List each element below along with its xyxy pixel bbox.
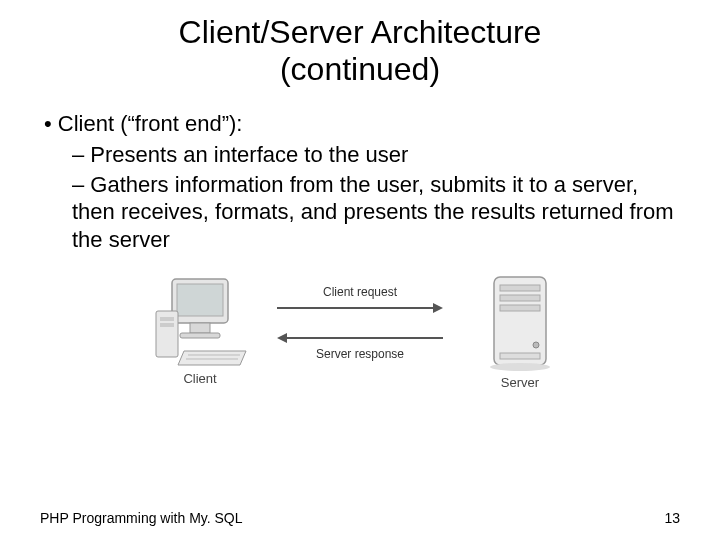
server-node: Server xyxy=(460,273,580,390)
client-label: Client xyxy=(183,371,216,386)
client-computer-icon xyxy=(150,277,250,369)
svg-rect-14 xyxy=(500,285,540,291)
svg-rect-1 xyxy=(177,284,223,316)
svg-rect-6 xyxy=(160,323,174,327)
arrow-right-icon xyxy=(275,301,445,315)
footer: PHP Programming with My. SQL 13 xyxy=(40,510,680,526)
svg-marker-10 xyxy=(433,303,443,313)
svg-rect-16 xyxy=(500,305,540,311)
arrow-left-icon xyxy=(275,331,445,345)
bullet-list: Client (“front end”): Presents an interf… xyxy=(40,110,680,254)
svg-rect-18 xyxy=(500,353,540,359)
svg-rect-3 xyxy=(180,333,220,338)
svg-point-19 xyxy=(490,363,550,371)
bullet-client: Client (“front end”): xyxy=(44,110,680,138)
arrows: Client request Server response xyxy=(260,285,460,361)
title-line-2: (continued) xyxy=(280,51,440,87)
footer-source: PHP Programming with My. SQL xyxy=(40,510,243,526)
request-arrow-row: Client request xyxy=(275,285,445,315)
svg-point-17 xyxy=(533,342,539,348)
client-server-diagram: Client Client request Server response xyxy=(140,273,580,390)
server-tower-icon xyxy=(480,273,560,373)
server-label: Server xyxy=(501,375,539,390)
slide-title: Client/Server Architecture (continued) xyxy=(40,14,680,88)
svg-rect-15 xyxy=(500,295,540,301)
page-number: 13 xyxy=(664,510,680,526)
slide: Client/Server Architecture (continued) C… xyxy=(0,0,720,540)
bullet-presents-interface: Presents an interface to the user xyxy=(44,141,680,169)
title-line-1: Client/Server Architecture xyxy=(179,14,542,50)
svg-marker-12 xyxy=(277,333,287,343)
request-label: Client request xyxy=(323,285,397,299)
bullet-gathers-information: Gathers information from the user, submi… xyxy=(44,171,680,254)
client-node: Client xyxy=(140,277,260,386)
response-arrow-row: Server response xyxy=(275,331,445,361)
response-label: Server response xyxy=(316,347,404,361)
svg-rect-5 xyxy=(160,317,174,321)
svg-rect-2 xyxy=(190,323,210,333)
